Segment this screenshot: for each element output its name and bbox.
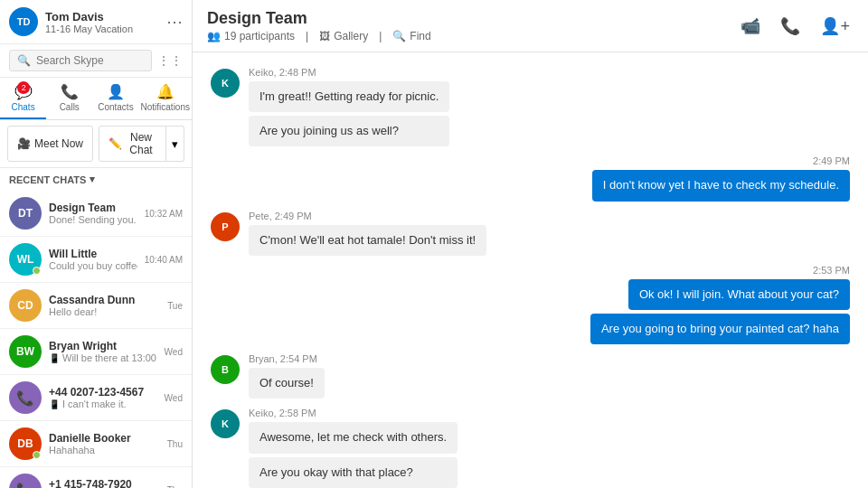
video-icon: 📹	[741, 17, 760, 35]
recent-chats-header[interactable]: RECENT CHATS ▾	[0, 168, 192, 191]
online-indicator	[33, 451, 41, 459]
chat-item-will-little[interactable]: WL Will Little Could you buy coffee for …	[0, 237, 192, 283]
chat-name: Danielle Booker	[49, 432, 160, 445]
chat-main: Design Team 👥 19 participants | 🖼 Galler…	[193, 0, 868, 488]
msg-time: 2:49 PM	[813, 155, 850, 166]
search-bar: 🔍 ⋮⋮	[0, 44, 192, 78]
meet-now-button[interactable]: 🎥 Meet Now	[7, 126, 93, 162]
avatar-design-team: DT	[9, 197, 42, 230]
search-input[interactable]	[36, 54, 144, 67]
chat-header: Design Team 👥 19 participants | 🖼 Galler…	[193, 0, 868, 52]
message-group-outgoing: 2:53 PM Ok ok! I will join. What about y…	[211, 265, 850, 344]
msg-meta: Keiko, 2:58 PM	[249, 408, 458, 418]
sidebar: TD Tom Davis 11-16 May Vacation ⋯ 🔍 ⋮⋮ 💬…	[0, 0, 193, 488]
avatar-phone-44: 📞	[9, 381, 42, 414]
new-chat-label: New Chat	[126, 131, 156, 156]
search-wrap: 🔍	[9, 50, 152, 71]
chat-header-sub: 👥 19 participants | 🖼 Gallery | 🔍 Find	[207, 30, 431, 42]
action-buttons: 🎥 Meet Now ✏️ New Chat ▾	[0, 120, 192, 168]
separator2: |	[379, 30, 382, 42]
participants-count: 19 participants	[224, 30, 295, 42]
chat-time: 10:32 AM	[145, 209, 183, 219]
msg-time: 2:53 PM	[813, 265, 850, 276]
video-call-button[interactable]: 📹	[737, 13, 764, 40]
chat-item-danielle-booker[interactable]: DB Danielle Booker Hahahaha Thu	[0, 421, 192, 467]
sender-avatar: B	[211, 355, 240, 384]
contacts-icon: 👤	[107, 83, 125, 100]
chat-info-design-team: Design Team Done! Sending you.	[49, 202, 137, 225]
audio-call-button[interactable]: 📞	[777, 13, 804, 40]
sender-avatar: K	[211, 69, 240, 98]
chat-item-cassandra-dunn[interactable]: CD Cassandra Dunn Hello dear! Tue	[0, 283, 192, 329]
chat-name: Will Little	[49, 248, 137, 260]
nav-tabs: 💬 Chats 2 📞 Calls 👤 Contacts 🔔 Notificat…	[0, 78, 192, 120]
msg-content: Keiko, 2:48 PM I'm great!! Getting ready…	[249, 67, 449, 146]
new-chat-wrap: ✏️ New Chat ▾	[99, 126, 184, 162]
sender-avatar: K	[211, 409, 240, 438]
msg-bubble: Awesome, let me check with others.	[249, 422, 458, 453]
add-person-icon: 👤+	[820, 17, 850, 35]
chat-list: DT Design Team Done! Sending you. 10:32 …	[0, 191, 192, 488]
phone-icon: 📱	[49, 399, 60, 409]
chat-preview: 📱 I can't make it.	[49, 399, 157, 409]
chat-info-will-little: Will Little Could you buy coffee for me?	[49, 248, 137, 271]
grid-icon[interactable]: ⋮⋮	[157, 53, 183, 68]
chat-info-cassandra-dunn: Cassandra Dunn Hello dear!	[49, 294, 160, 317]
tab-notifications-label: Notifications	[141, 102, 190, 112]
new-chat-button[interactable]: ✏️ New Chat	[99, 126, 166, 162]
chat-item-design-team[interactable]: DT Design Team Done! Sending you. 10:32 …	[0, 191, 192, 237]
meet-icon: 🎥	[17, 137, 31, 150]
phone-icon: 📱	[49, 353, 60, 363]
msg-bubble: Are you joining us as well?	[249, 116, 449, 146]
separator: |	[306, 30, 308, 42]
msg-bubble: Are you okay with that place?	[249, 457, 458, 488]
msg-bubble: C'mon! We'll eat hot tamale! Don't miss …	[249, 225, 486, 256]
msg-meta: Bryan, 2:54 PM	[249, 353, 325, 364]
chat-info-danielle-booker: Danielle Booker Hahahaha	[49, 432, 160, 455]
chat-info-phone-1: +1 415-748-7920 📱 Thank you! See ya!	[49, 478, 160, 488]
chat-name: Bryan Wright	[49, 340, 157, 352]
msg-bubble: Are you going to bring your painted cat?…	[590, 314, 850, 344]
avatar-cassandra-dunn: CD	[9, 289, 42, 322]
msg-content: Bryan, 2:54 PM Of course!	[249, 353, 325, 399]
chat-name: Cassandra Dunn	[49, 294, 160, 306]
chat-preview: 📱 Will be there at 13:00	[49, 352, 157, 363]
search-icon: 🔍	[17, 54, 31, 67]
participants-info: 👥 19 participants	[207, 30, 295, 42]
message-group: K Keiko, 2:48 PM I'm great!! Getting rea…	[211, 67, 850, 146]
gallery-link[interactable]: 🖼 Gallery	[319, 30, 368, 42]
avatar-danielle-booker: DB	[9, 427, 42, 460]
chat-preview: Could you buy coffee for me?	[49, 260, 137, 271]
chat-title: Design Team	[207, 9, 431, 28]
avatar-phone-1: 📞	[9, 474, 42, 488]
chat-item-phone-1[interactable]: 📞 +1 415-748-7920 📱 Thank you! See ya! T…	[0, 467, 192, 488]
chat-name: +1 415-748-7920	[49, 478, 160, 488]
edit-icon: ✏️	[108, 137, 122, 150]
chat-preview: Hahahaha	[49, 445, 160, 455]
chat-time: 10:40 AM	[145, 255, 183, 265]
find-link[interactable]: 🔍 Find	[392, 30, 430, 42]
msg-content: Keiko, 2:58 PM Awesome, let me check wit…	[249, 408, 458, 487]
new-chat-dropdown-button[interactable]: ▾	[166, 126, 184, 162]
msg-bubble: I'm great!! Getting ready for picnic.	[249, 81, 449, 112]
tab-calls[interactable]: 📞 Calls	[46, 78, 92, 119]
tab-contacts[interactable]: 👤 Contacts	[92, 78, 138, 119]
chat-item-bryan-wright[interactable]: BW Bryan Wright 📱 Will be there at 13:00…	[0, 329, 192, 375]
chat-time: Tue	[167, 301, 183, 311]
meet-now-label: Meet Now	[34, 137, 83, 150]
chat-time: Wed	[165, 347, 183, 357]
tab-contacts-label: Contacts	[98, 102, 133, 112]
avatar-bryan-wright: BW	[9, 335, 42, 368]
chat-item-phone-44[interactable]: 📞 +44 0207-123-4567 📱 I can't make it. W…	[0, 375, 192, 421]
calls-icon: 📞	[61, 83, 79, 100]
more-options-icon[interactable]: ⋯	[166, 12, 183, 32]
msg-content: 2:53 PM Ok ok! I will join. What about y…	[590, 265, 850, 344]
tab-chats[interactable]: 💬 Chats 2	[0, 78, 46, 119]
online-indicator	[33, 267, 41, 275]
gallery-label: Gallery	[334, 30, 368, 42]
msg-meta: Pete, 2:49 PM	[249, 211, 486, 221]
message-group-outgoing: 2:49 PM I don't know yet I have to check…	[211, 155, 850, 201]
add-participant-button[interactable]: 👤+	[816, 13, 854, 40]
user-name: Tom Davis	[45, 10, 133, 23]
tab-notifications[interactable]: 🔔 Notifications	[139, 78, 192, 119]
